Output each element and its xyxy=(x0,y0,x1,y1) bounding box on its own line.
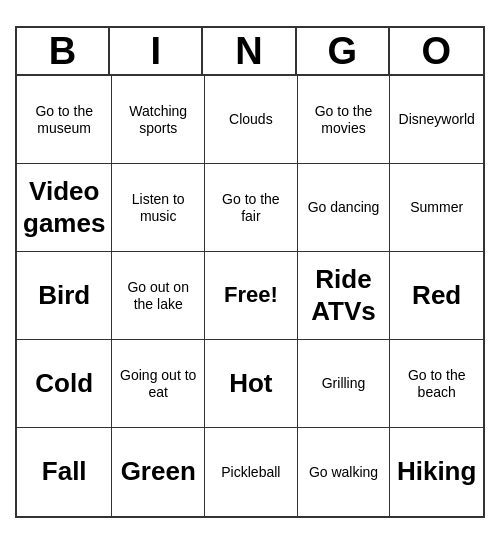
bingo-cell: Disneyworld xyxy=(390,76,483,164)
bingo-cell: Video games xyxy=(17,164,112,252)
bingo-grid: Go to the museumWatching sportsCloudsGo … xyxy=(17,76,483,516)
bingo-cell: Summer xyxy=(390,164,483,252)
bingo-cell: Cold xyxy=(17,340,112,428)
bingo-cell: Go to the movies xyxy=(298,76,391,164)
bingo-cell: Hiking xyxy=(390,428,483,516)
bingo-cell: Fall xyxy=(17,428,112,516)
bingo-cell: Grilling xyxy=(298,340,391,428)
bingo-cell: Watching sports xyxy=(112,76,205,164)
bingo-card: BINGO Go to the museumWatching sportsClo… xyxy=(15,26,485,518)
bingo-header-letter: N xyxy=(203,28,296,74)
bingo-header-letter: B xyxy=(17,28,110,74)
bingo-cell: Going out to eat xyxy=(112,340,205,428)
bingo-cell: Red xyxy=(390,252,483,340)
bingo-header-letter: I xyxy=(110,28,203,74)
bingo-cell: Go to the fair xyxy=(205,164,298,252)
bingo-cell: Go out on the lake xyxy=(112,252,205,340)
bingo-cell: Listen to music xyxy=(112,164,205,252)
bingo-cell: Go to the beach xyxy=(390,340,483,428)
bingo-cell: Go to the museum xyxy=(17,76,112,164)
bingo-cell: Green xyxy=(112,428,205,516)
bingo-cell: Bird xyxy=(17,252,112,340)
bingo-cell: Free! xyxy=(205,252,298,340)
bingo-cell: Clouds xyxy=(205,76,298,164)
bingo-cell: Pickleball xyxy=(205,428,298,516)
bingo-header: BINGO xyxy=(17,28,483,76)
bingo-header-letter: G xyxy=(297,28,390,74)
bingo-cell: Go dancing xyxy=(298,164,391,252)
bingo-cell: Hot xyxy=(205,340,298,428)
bingo-cell: Ride ATVs xyxy=(298,252,391,340)
bingo-cell: Go walking xyxy=(298,428,391,516)
bingo-header-letter: O xyxy=(390,28,483,74)
